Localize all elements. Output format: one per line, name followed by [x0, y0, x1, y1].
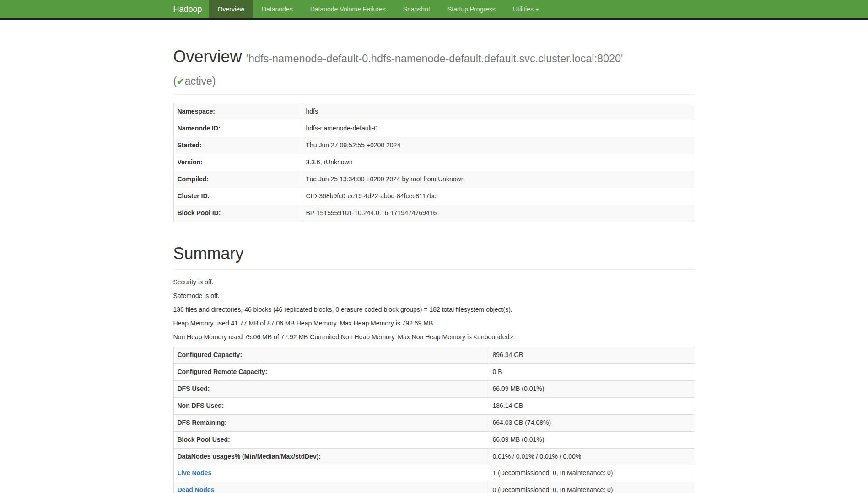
- row-value: 664.03 GB (74.08%): [489, 414, 695, 431]
- row-value: CID-368b9fc0-ee19-4d22-abbd-84fcec8117be: [302, 188, 695, 205]
- brand-hadoop[interactable]: Hadoop: [173, 0, 209, 18]
- page-title: Overview 'hdfs-namenode-default-0.hdfs-n…: [173, 46, 695, 90]
- row-label: Dead Nodes: [173, 482, 489, 493]
- table-row: Dead Nodes 0 (Decommissioned: 0, In Main…: [173, 482, 695, 493]
- row-label: Namenode ID:: [173, 120, 302, 137]
- nav-link-overview[interactable]: Overview: [209, 0, 253, 18]
- table-row: DFS Used: 66.09 MB (0.01%): [173, 380, 695, 397]
- summary-text-block: Security is off. Safemode is off. 136 fi…: [173, 278, 695, 342]
- namenode-address: 'hdfs-namenode-default-0.hdfs-namenode-d…: [247, 53, 623, 65]
- nav-item-overview: Overview: [209, 0, 253, 18]
- summary-non-heap-memory: Non Heap Memory used 75.06 MB of 77.92 M…: [173, 333, 695, 342]
- nav-link-snapshot[interactable]: Snapshot: [394, 0, 439, 18]
- row-value: hdfs-namenode-default-0: [302, 120, 695, 137]
- table-row: Non DFS Used: 186.14 GB: [173, 397, 695, 414]
- namenode-status: (✔active): [173, 75, 216, 87]
- table-row: Compiled: Tue Jun 25 13:34:00 +0200 2024…: [173, 171, 695, 188]
- row-value: 0 B: [489, 363, 695, 380]
- row-label: Block Pool ID:: [173, 205, 302, 222]
- nav-link-datanodes[interactable]: Datanodes: [253, 0, 302, 18]
- row-label: Non DFS Used:: [173, 397, 489, 414]
- table-row: Namenode ID: hdfs-namenode-default-0: [173, 120, 695, 137]
- nav-link-datanode-volume-failures[interactable]: Datanode Volume Failures: [302, 0, 394, 18]
- live-nodes-link[interactable]: Live Nodes: [178, 469, 212, 477]
- summary-header: Summary: [173, 243, 695, 270]
- row-label: DFS Remaining:: [173, 414, 489, 431]
- check-icon: ✔: [177, 76, 185, 87]
- row-value: 3.3.6, rUnknown: [302, 154, 695, 171]
- row-value: hdfs: [302, 103, 695, 120]
- navbar-container: Hadoop Overview Datanodes Datanode Volum…: [167, 0, 702, 18]
- table-row: Configured Capacity: 896.34 GB: [173, 347, 695, 363]
- nav-link-startup-progress[interactable]: Startup Progress: [439, 0, 504, 18]
- table-row: Block Pool ID: BP-1515559101-10.244.0.16…: [173, 205, 695, 222]
- summary-security: Security is off.: [173, 278, 695, 287]
- row-label: DFS Used:: [173, 380, 489, 397]
- row-value: 0 (Decommissioned: 0, In Maintenance: 0): [489, 482, 695, 493]
- table-row: Cluster ID: CID-368b9fc0-ee19-4d22-abbd-…: [173, 188, 695, 205]
- nav-item-datanode-volume-failures: Datanode Volume Failures: [302, 0, 394, 18]
- row-label: Cluster ID:: [173, 188, 302, 205]
- summary-filesystem-objects: 136 files and directories, 46 blocks (46…: [173, 305, 695, 314]
- row-label: Block Pool Used:: [173, 431, 489, 448]
- row-value: 66.09 MB (0.01%): [489, 380, 695, 397]
- top-navbar: Hadoop Overview Datanodes Datanode Volum…: [0, 0, 868, 20]
- row-label: Started:: [173, 137, 302, 154]
- table-row: Started: Thu Jun 27 09:52:55 +0200 2024: [173, 137, 695, 154]
- row-label: DataNodes usages% (Min/Median/Max/stdDev…: [173, 448, 489, 465]
- row-label: Namespace:: [173, 103, 302, 120]
- table-row: Namespace: hdfs: [173, 103, 695, 120]
- row-value: Thu Jun 27 09:52:55 +0200 2024: [302, 137, 695, 154]
- row-value: BP-1515559101-10.244.0.16-1719474769416: [302, 205, 695, 222]
- table-row: DataNodes usages% (Min/Median/Max/stdDev…: [173, 448, 695, 465]
- page-title-text: Overview: [173, 47, 242, 66]
- row-label: Configured Capacity:: [173, 347, 489, 363]
- nav-link-utilities-dropdown[interactable]: Utilities: [504, 0, 548, 18]
- table-row: Live Nodes 1 (Decommissioned: 0, In Main…: [173, 465, 695, 482]
- row-value: 896.34 GB: [489, 347, 695, 363]
- summary-safemode: Safemode is off.: [173, 292, 695, 301]
- row-value: 1 (Decommissioned: 0, In Maintenance: 0): [489, 465, 695, 482]
- main-content: Overview 'hdfs-namenode-default-0.hdfs-n…: [167, 46, 702, 493]
- row-label: Configured Remote Capacity:: [173, 363, 489, 380]
- navbar-menu: Overview Datanodes Datanode Volume Failu…: [209, 0, 548, 18]
- row-value: 186.14 GB: [489, 397, 695, 414]
- nav-item-snapshot: Snapshot: [394, 0, 439, 18]
- table-row: DFS Remaining: 664.03 GB (74.08%): [173, 414, 695, 431]
- summary-heap-memory: Heap Memory used 41.77 MB of 87.06 MB He…: [173, 319, 695, 328]
- row-label: Compiled:: [173, 171, 302, 188]
- table-row: Version: 3.3.6, rUnknown: [173, 154, 695, 171]
- table-row: Configured Remote Capacity: 0 B: [173, 363, 695, 380]
- row-value: 66.09 MB (0.01%): [489, 431, 695, 448]
- row-label: Live Nodes: [173, 465, 489, 482]
- cluster-info-table: Namespace: hdfs Namenode ID: hdfs-nameno…: [173, 103, 695, 222]
- summary-title: Summary: [173, 243, 695, 265]
- row-value: 0.01% / 0.01% / 0.01% / 0.00%: [489, 448, 695, 465]
- nav-item-startup-progress: Startup Progress: [439, 0, 504, 18]
- summary-table: Configured Capacity: 896.34 GB Configure…: [173, 347, 695, 493]
- caret-down-icon: [535, 9, 539, 11]
- overview-header: Overview 'hdfs-namenode-default-0.hdfs-n…: [173, 46, 695, 95]
- nav-item-utilities: Utilities: [504, 0, 548, 18]
- table-row: Block Pool Used: 66.09 MB (0.01%): [173, 431, 695, 448]
- dead-nodes-link[interactable]: Dead Nodes: [178, 486, 215, 493]
- nav-item-datanodes: Datanodes: [253, 0, 302, 18]
- row-value: Tue Jun 25 13:34:00 +0200 2024 by root f…: [302, 171, 695, 188]
- row-label: Version:: [173, 154, 302, 171]
